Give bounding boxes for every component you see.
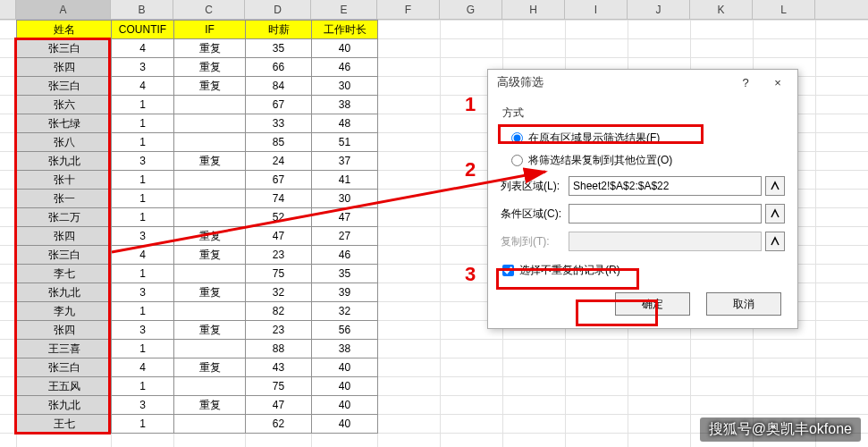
cell-rate[interactable]: 67 bbox=[246, 96, 312, 114]
cell-rate[interactable]: 23 bbox=[246, 321, 312, 340]
table-row[interactable]: 李九18232 bbox=[17, 302, 378, 321]
cell-rate[interactable]: 75 bbox=[246, 265, 312, 283]
select-all-corner[interactable] bbox=[0, 0, 16, 19]
table-row[interactable]: 张八18551 bbox=[17, 133, 378, 152]
col-header-D[interactable]: D bbox=[245, 0, 311, 19]
cell-hours[interactable]: 35 bbox=[312, 265, 378, 283]
cell-if[interactable] bbox=[174, 171, 246, 190]
cell-countif[interactable]: 1 bbox=[112, 208, 174, 227]
cell-hours[interactable]: 41 bbox=[312, 171, 378, 190]
table-row[interactable]: 张三白4重复3540 bbox=[17, 39, 378, 58]
cell-name[interactable]: 王五风 bbox=[17, 377, 112, 396]
cell-name[interactable]: 李七 bbox=[17, 265, 112, 283]
cell-if[interactable]: 重复 bbox=[174, 39, 246, 58]
cell-if[interactable]: 重复 bbox=[174, 58, 246, 77]
table-row[interactable]: 王五风17540 bbox=[17, 377, 378, 396]
cell-hours[interactable]: 30 bbox=[312, 77, 378, 96]
cell-if[interactable] bbox=[174, 133, 246, 152]
cell-if[interactable] bbox=[174, 96, 246, 114]
col-header-A[interactable]: A bbox=[16, 0, 111, 19]
cell-if[interactable] bbox=[174, 114, 246, 133]
cell-rate[interactable]: 67 bbox=[246, 171, 312, 190]
ok-button[interactable]: 确定 bbox=[615, 292, 690, 316]
radio-filter-inplace[interactable]: 在原有区域显示筛选结果(F) bbox=[511, 128, 785, 148]
table-row[interactable]: 李七17535 bbox=[17, 265, 378, 283]
cell-hours[interactable]: 27 bbox=[312, 227, 378, 246]
cell-countif[interactable]: 3 bbox=[112, 396, 174, 415]
col-header-C[interactable]: C bbox=[173, 0, 245, 19]
cell-countif[interactable]: 1 bbox=[112, 114, 174, 133]
cell-if[interactable]: 重复 bbox=[174, 283, 246, 302]
table-row[interactable]: 张三白4重复2346 bbox=[17, 246, 378, 265]
cell-if[interactable] bbox=[174, 340, 246, 358]
cell-name[interactable]: 张三白 bbox=[17, 77, 112, 96]
close-button[interactable]: × bbox=[762, 72, 794, 93]
dialog-titlebar[interactable]: 高级筛选 ? × bbox=[488, 70, 797, 95]
cell-if[interactable] bbox=[174, 377, 246, 396]
cell-rate[interactable]: 75 bbox=[246, 377, 312, 396]
cell-countif[interactable]: 3 bbox=[112, 58, 174, 77]
table-row[interactable]: 张二万15247 bbox=[17, 208, 378, 227]
cell-countif[interactable]: 3 bbox=[112, 227, 174, 246]
table-row[interactable]: 张四3重复2356 bbox=[17, 321, 378, 340]
table-row[interactable]: 张九北3重复2437 bbox=[17, 152, 378, 171]
table-row[interactable]: 张四3重复4727 bbox=[17, 227, 378, 246]
cell-hours[interactable]: 40 bbox=[312, 358, 378, 377]
cell-rate[interactable]: 47 bbox=[246, 396, 312, 415]
table-row[interactable]: 张九北3重复4740 bbox=[17, 396, 378, 415]
cell-hours[interactable]: 32 bbox=[312, 302, 378, 321]
cell-countif[interactable]: 4 bbox=[112, 358, 174, 377]
radio-copy-elsewhere-input[interactable] bbox=[511, 155, 523, 166]
cell-name[interactable]: 张十 bbox=[17, 171, 112, 190]
cell-rate[interactable]: 62 bbox=[246, 415, 312, 434]
cell-if[interactable] bbox=[174, 265, 246, 283]
cell-name[interactable]: 张九北 bbox=[17, 283, 112, 302]
cell-hours[interactable]: 51 bbox=[312, 133, 378, 152]
table-row[interactable]: 张十16741 bbox=[17, 171, 378, 190]
cell-countif[interactable]: 1 bbox=[112, 265, 174, 283]
unique-records-check[interactable]: 选择不重复的记录(R) bbox=[502, 260, 785, 280]
cell-hours[interactable]: 40 bbox=[312, 39, 378, 58]
cell-countif[interactable]: 4 bbox=[112, 77, 174, 96]
cell-name[interactable]: 王三喜 bbox=[17, 340, 112, 358]
cell-if[interactable]: 重复 bbox=[174, 77, 246, 96]
cell-rate[interactable]: 52 bbox=[246, 208, 312, 227]
cell-countif[interactable]: 3 bbox=[112, 321, 174, 340]
cell-rate[interactable]: 24 bbox=[246, 152, 312, 171]
cell-rate[interactable]: 82 bbox=[246, 302, 312, 321]
cell-countif[interactable]: 1 bbox=[112, 340, 174, 358]
cell-if[interactable] bbox=[174, 208, 246, 227]
cell-rate[interactable]: 66 bbox=[246, 58, 312, 77]
table-row[interactable]: 王三喜18838 bbox=[17, 340, 378, 358]
cell-hours[interactable]: 39 bbox=[312, 283, 378, 302]
cell-hours[interactable]: 38 bbox=[312, 96, 378, 114]
cell-name[interactable]: 张三白 bbox=[17, 358, 112, 377]
cell-hours[interactable]: 40 bbox=[312, 415, 378, 434]
cell-countif[interactable]: 3 bbox=[112, 152, 174, 171]
table-row[interactable]: 张七绿13348 bbox=[17, 114, 378, 133]
cell-if[interactable] bbox=[174, 415, 246, 434]
cell-if[interactable] bbox=[174, 190, 246, 208]
col-header-J[interactable]: J bbox=[628, 0, 690, 19]
cell-countif[interactable]: 1 bbox=[112, 415, 174, 434]
cell-name[interactable]: 张四 bbox=[17, 321, 112, 340]
cell-countif[interactable]: 4 bbox=[112, 246, 174, 265]
cell-name[interactable]: 张四 bbox=[17, 58, 112, 77]
data-table[interactable]: 姓名 COUNTIF IF 时薪 工作时长 张三白4重复3540张四3重复664… bbox=[16, 20, 378, 434]
table-row[interactable]: 张四3重复6646 bbox=[17, 58, 378, 77]
cell-name[interactable]: 李九 bbox=[17, 302, 112, 321]
cell-countif[interactable]: 4 bbox=[112, 39, 174, 58]
unique-records-input[interactable] bbox=[502, 265, 514, 276]
col-header-E[interactable]: E bbox=[311, 0, 377, 19]
cell-rate[interactable]: 88 bbox=[246, 340, 312, 358]
cell-name[interactable]: 张三白 bbox=[17, 39, 112, 58]
cell-countif[interactable]: 1 bbox=[112, 96, 174, 114]
cell-name[interactable]: 张八 bbox=[17, 133, 112, 152]
table-row[interactable]: 张三白4重复8430 bbox=[17, 77, 378, 96]
col-header-K[interactable]: K bbox=[690, 0, 753, 19]
cell-if[interactable]: 重复 bbox=[174, 227, 246, 246]
col-header-H[interactable]: H bbox=[502, 0, 565, 19]
cell-hours[interactable]: 56 bbox=[312, 321, 378, 340]
cell-rate[interactable]: 35 bbox=[246, 39, 312, 58]
radio-copy-elsewhere[interactable]: 将筛选结果复制到其他位置(O) bbox=[511, 150, 785, 170]
